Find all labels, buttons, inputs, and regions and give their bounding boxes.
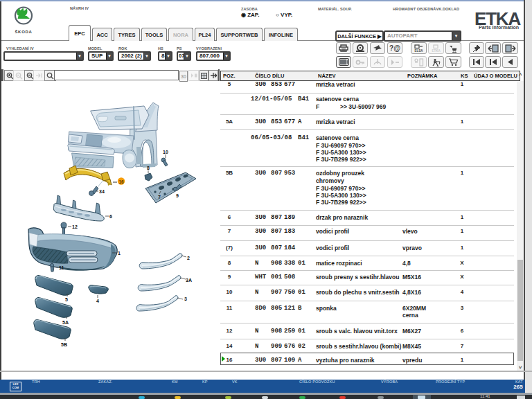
svg-text:11: 11	[59, 265, 64, 270]
svg-text:3: 3	[184, 296, 187, 301]
svg-text:3A: 3A	[186, 278, 192, 283]
svg-text:5: 5	[65, 297, 68, 302]
svg-text:12: 12	[72, 224, 78, 229]
svg-text:34: 34	[99, 189, 105, 194]
svg-text:2: 2	[187, 256, 190, 260]
svg-text:7: 7	[158, 195, 161, 200]
svg-text:10: 10	[163, 150, 168, 154]
svg-text:ETKA: ETKA	[432, 49, 441, 53]
svg-text:5A: 5A	[62, 320, 69, 325]
svg-text:ELSA: ELSA	[414, 49, 423, 53]
svg-text:6: 6	[109, 214, 112, 219]
svg-text:5B: 5B	[61, 342, 67, 347]
svg-text:4: 4	[96, 299, 99, 303]
svg-text:9: 9	[176, 193, 179, 198]
svg-text:16: 16	[118, 179, 124, 184]
svg-text:ŠKODA: ŠKODA	[15, 29, 32, 34]
svg-text:1: 1	[118, 251, 121, 256]
svg-text:8: 8	[147, 166, 150, 170]
